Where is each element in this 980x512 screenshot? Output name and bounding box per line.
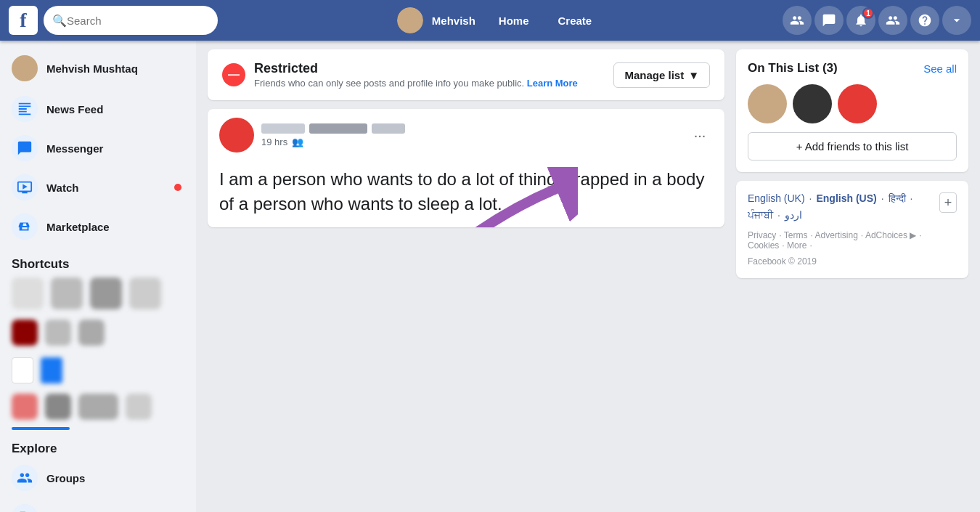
lang-punjabi[interactable]: ਪੰਜਾਬੀ bbox=[748, 209, 773, 222]
groups-icon bbox=[12, 465, 38, 491]
help-icon-btn[interactable] bbox=[910, 6, 939, 35]
main-layout: Mehvish Mushtaq News Feed Messenger Watc… bbox=[0, 0, 980, 512]
shortcut-4[interactable] bbox=[129, 277, 161, 309]
shortcut-7[interactable] bbox=[78, 320, 105, 346]
footer-links: Privacy· Terms· Advertising· AdChoices ▶… bbox=[748, 227, 957, 253]
sidebar-item-watch[interactable]: Watch bbox=[6, 168, 190, 206]
cookies-link[interactable]: Cookies bbox=[748, 240, 779, 251]
home-nav-link[interactable]: Home bbox=[487, 9, 541, 33]
shortcut-1[interactable] bbox=[12, 277, 44, 309]
learn-more-link[interactable]: Learn More bbox=[527, 78, 578, 89]
shortcut-13[interactable] bbox=[126, 394, 152, 420]
lang-hindi[interactable]: हिन्दी bbox=[889, 192, 906, 205]
lang-urdu[interactable]: اردو bbox=[785, 209, 802, 222]
sidebar-item-groups[interactable]: Groups bbox=[6, 459, 190, 497]
search-icon: 🔍 bbox=[52, 14, 67, 28]
post-author-avatar[interactable] bbox=[219, 118, 254, 153]
name-block-3 bbox=[372, 123, 405, 134]
post-author-name-blocks bbox=[261, 123, 405, 134]
restricted-info: Restricted Friends who can only see post… bbox=[254, 61, 578, 89]
nav-username: Mehvish bbox=[432, 15, 475, 27]
shortcut-12[interactable] bbox=[78, 394, 118, 420]
list-avatar-2[interactable] bbox=[793, 84, 832, 123]
post-more-options-button[interactable]: ··· bbox=[687, 122, 713, 148]
post-text: I am a person who wants to do a lot of t… bbox=[219, 167, 713, 216]
shortcuts-row-2 bbox=[6, 317, 190, 349]
sidebar-item-pages[interactable]: Pages 20+ bbox=[6, 498, 190, 512]
language-section: English (UK) · English (US) · हिन्दी · ਪ… bbox=[748, 192, 957, 227]
left-sidebar: Mehvish Mushtaq News Feed Messenger Watc… bbox=[0, 41, 196, 512]
privacy-link[interactable]: Privacy bbox=[748, 230, 776, 240]
shortcut-11[interactable] bbox=[45, 394, 71, 420]
watch-icon bbox=[12, 174, 38, 200]
more-link[interactable]: More bbox=[787, 240, 807, 251]
friends-icon-btn[interactable] bbox=[783, 6, 812, 35]
pages-icon bbox=[12, 504, 38, 512]
lang-links: English (UK) · English (US) · हिन्दी · ਪ… bbox=[748, 192, 939, 222]
restricted-title: Restricted bbox=[254, 61, 578, 76]
restricted-description: Friends who can only see posts and profi… bbox=[254, 78, 578, 89]
nav-center: Mehvish Home Create bbox=[218, 7, 783, 33]
post-body-area: I am a person who wants to do a lot of t… bbox=[208, 167, 724, 227]
advertising-link[interactable]: Advertising bbox=[814, 230, 857, 240]
facebook-logo[interactable]: f bbox=[9, 6, 38, 35]
add-friends-button[interactable]: + Add friends to this list bbox=[748, 132, 957, 160]
sidebar-username: Mehvish Mushtaq bbox=[46, 62, 138, 75]
shortcut-3[interactable] bbox=[90, 277, 122, 309]
add-language-button[interactable]: + bbox=[939, 192, 957, 213]
list-avatar-1[interactable] bbox=[748, 84, 787, 123]
list-avatars bbox=[748, 84, 957, 123]
adchoices-link[interactable]: AdChoices ▶ bbox=[865, 230, 916, 240]
messenger-icon-btn[interactable] bbox=[814, 6, 844, 35]
user-avatar-nav[interactable] bbox=[397, 7, 423, 33]
sidebar-item-marketplace[interactable]: Marketplace bbox=[6, 208, 190, 245]
post-card: 19 hrs 👥 ··· bbox=[208, 109, 724, 227]
name-block-1 bbox=[261, 123, 305, 134]
dropdown-icon-btn[interactable] bbox=[942, 6, 971, 35]
scroll-indicator bbox=[12, 427, 70, 430]
sidebar-avatar bbox=[12, 55, 38, 81]
news-feed-icon bbox=[12, 96, 38, 122]
shortcut-2[interactable] bbox=[51, 277, 83, 309]
nav-right-icons: 1 bbox=[783, 6, 971, 35]
shortcut-5[interactable] bbox=[12, 320, 38, 346]
sidebar-item-news-feed[interactable]: News Feed bbox=[6, 90, 190, 128]
search-bar[interactable]: 🔍 bbox=[44, 6, 218, 35]
list-avatar-3[interactable] bbox=[838, 84, 877, 123]
post-author-info: 19 hrs 👥 bbox=[261, 123, 405, 147]
messenger-icon bbox=[12, 135, 38, 161]
notification-badge: 1 bbox=[862, 7, 874, 19]
see-all-link[interactable]: See all bbox=[923, 62, 957, 75]
marketplace-icon bbox=[12, 214, 38, 240]
lang-english-us[interactable]: English (US) bbox=[816, 192, 876, 205]
marketplace-label: Marketplace bbox=[46, 221, 110, 233]
shortcut-10[interactable] bbox=[12, 394, 38, 420]
right-sidebar: On This List (3) See all + Add friends t… bbox=[736, 49, 968, 503]
lang-english-uk[interactable]: English (UK) bbox=[748, 192, 805, 205]
create-nav-link[interactable]: Create bbox=[547, 9, 604, 33]
language-card: English (UK) · English (US) · हिन्दी · ਪ… bbox=[736, 181, 968, 278]
messenger-label: Messenger bbox=[46, 142, 103, 155]
shortcuts-title: Shortcuts bbox=[6, 251, 190, 275]
restricted-icon: — bbox=[222, 63, 245, 86]
post-audience-icon: 👥 bbox=[292, 137, 303, 147]
restricted-left: — Restricted Friends who can only see po… bbox=[222, 61, 578, 89]
terms-link[interactable]: Terms bbox=[784, 230, 808, 240]
main-content-area: — Restricted Friends who can only see po… bbox=[196, 41, 980, 512]
shortcut-8[interactable] bbox=[12, 357, 33, 383]
top-navigation: f 🔍 Mehvish Home Create 1 bbox=[0, 0, 980, 41]
group-discover-icon-btn[interactable] bbox=[878, 6, 907, 35]
dropdown-chevron-icon: ▼ bbox=[688, 69, 699, 81]
shortcuts-row-1 bbox=[6, 275, 190, 312]
sidebar-item-messenger[interactable]: Messenger bbox=[6, 129, 190, 167]
post-time: 19 hrs bbox=[261, 137, 287, 147]
notifications-icon-btn[interactable]: 1 bbox=[846, 6, 875, 35]
sidebar-user-profile[interactable]: Mehvish Mushtaq bbox=[6, 49, 190, 87]
news-feed-label: News Feed bbox=[46, 103, 103, 115]
shortcut-9[interactable] bbox=[41, 357, 62, 383]
shortcut-6[interactable] bbox=[45, 320, 71, 346]
feed-area: — Restricted Friends who can only see po… bbox=[208, 49, 724, 503]
manage-list-button[interactable]: Manage list ▼ bbox=[613, 62, 710, 88]
post-header: 19 hrs 👥 ··· bbox=[208, 109, 724, 161]
search-input[interactable] bbox=[67, 15, 209, 27]
